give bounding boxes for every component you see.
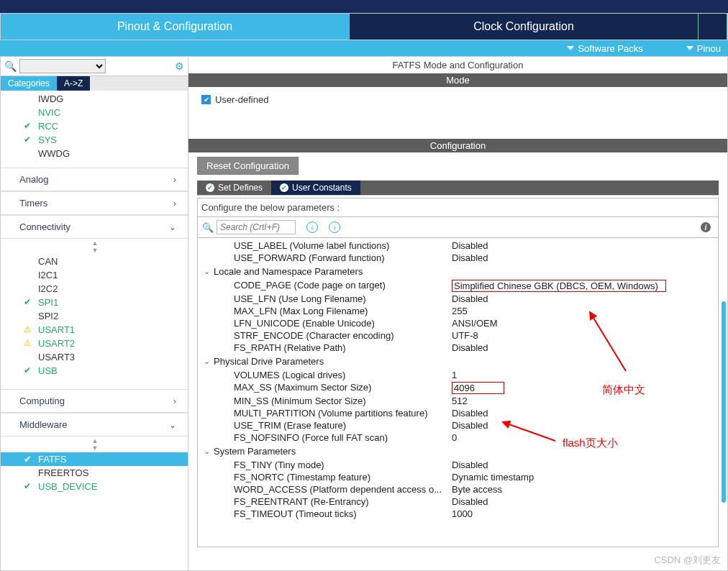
- param-code-page[interactable]: CODE_PAGE (Code page on target)Simplifie…: [198, 279, 718, 293]
- chevron-down-icon: ⌄: [169, 222, 176, 232]
- tab-clock-config[interactable]: Clock Configuration: [350, 14, 699, 40]
- tree-item-iwdg[interactable]: IWDG: [1, 92, 188, 106]
- param-fs-timeout[interactable]: FS_TIMEOUT (Timeout ticks)1000: [198, 508, 718, 520]
- config-header: Configuration: [188, 139, 727, 152]
- check-icon: ✔: [24, 365, 31, 375]
- tree-cat-connectivity[interactable]: Connectivity⌄: [1, 215, 188, 239]
- tree-cat-analog[interactable]: Analog›: [1, 168, 188, 191]
- next-match-button[interactable]: ›: [329, 221, 340, 233]
- tree-item-usart3[interactable]: USART3: [1, 350, 188, 364]
- param-fs-reentrant[interactable]: FS_REENTRANT (Re-Entrancy)Disabled: [198, 495, 718, 508]
- check-icon: ✔: [24, 454, 32, 465]
- collapse-icon: ⌄: [204, 447, 210, 456]
- param-fs-rpath[interactable]: FS_RPATH (Relative Path)Disabled: [198, 342, 718, 354]
- param-use-forward[interactable]: USE_FORWARD (Forward function)Disabled: [198, 252, 718, 264]
- tree-cat-middleware[interactable]: Middleware⌄: [1, 413, 188, 437]
- group-locale[interactable]: ⌄Locale and Namespace Parameters: [198, 264, 718, 279]
- prev-match-button[interactable]: ‹: [306, 221, 318, 233]
- tree-item-spi2[interactable]: SPI2: [1, 309, 188, 323]
- tree-item-spi1[interactable]: ✔SPI1: [1, 296, 188, 309]
- param-use-label[interactable]: USE_LABEL (Volume label functions)Disabl…: [198, 239, 718, 252]
- check-icon: ✔: [24, 481, 31, 491]
- param-use-lfn[interactable]: USE_LFN (Use Long Filename)Disabled: [198, 293, 718, 305]
- search-icon: 🔍: [4, 60, 17, 72]
- scrollbar[interactable]: [722, 301, 726, 503]
- tree-item-wwdg[interactable]: WWDG: [1, 147, 188, 160]
- param-fs-tiny[interactable]: FS_TINY (Tiny mode)Disabled: [198, 459, 718, 471]
- check-icon: ✔: [24, 297, 31, 307]
- panel-title: FATFS Mode and Configuration: [188, 57, 727, 73]
- pinout-dropdown-label: Pinou: [697, 43, 721, 54]
- param-multi-partition[interactable]: MULTI_PARTITION (Volume partitions featu…: [198, 407, 718, 419]
- pinout-dropdown[interactable]: Pinou: [665, 40, 721, 56]
- collapse-icon: ⌄: [204, 357, 210, 366]
- tree-cat-timers[interactable]: Timers›: [1, 191, 188, 215]
- reset-config-button[interactable]: Reset Configuration: [197, 157, 299, 175]
- param-volumes[interactable]: VOLUMES (Logical drives)1: [198, 369, 718, 381]
- chevron-down-icon: ⌄: [169, 420, 176, 430]
- view-a-z[interactable]: A->Z: [57, 76, 90, 91]
- tree-item-sys[interactable]: ✔SYS: [1, 133, 188, 147]
- checkbox-icon: ✔: [201, 95, 211, 104]
- tree-item-usart1[interactable]: ⚠USART1: [1, 323, 188, 337]
- search-icon: 🔍: [202, 222, 214, 233]
- chevron-right-icon: ›: [173, 175, 176, 185]
- param-max-lfn[interactable]: MAX_LFN (Max Long Filename)255: [198, 305, 718, 317]
- warn-icon: ⚠: [24, 338, 32, 348]
- group-system[interactable]: ⌄System Parameters: [198, 444, 718, 459]
- drag-handle-icon[interactable]: ▲▼: [1, 239, 188, 255]
- gear-icon[interactable]: ⚙: [175, 60, 184, 72]
- main-panel: FATFS Mode and Configuration Mode ✔User-…: [188, 56, 728, 571]
- param-use-trim[interactable]: USE_TRIM (Erase feature)Disabled: [198, 419, 718, 431]
- check-icon: ✔: [280, 183, 288, 192]
- tree-item-rcc[interactable]: ✔RCC: [1, 119, 188, 133]
- software-packs-dropdown[interactable]: Software Packs: [545, 40, 664, 56]
- software-packs-label: Software Packs: [578, 43, 642, 54]
- help-text: Configure the below parameters :: [197, 198, 719, 217]
- category-select[interactable]: [19, 59, 106, 73]
- param-lfn-unicode[interactable]: LFN_UNICODE (Enable Unicode)ANSI/OEM: [198, 317, 718, 329]
- user-defined-label: User-defined: [215, 94, 268, 105]
- tree-cat-computing[interactable]: Computing›: [1, 389, 188, 413]
- param-search-input[interactable]: [217, 220, 296, 234]
- tab-pinout-config[interactable]: Pinout & Configuration: [1, 14, 350, 40]
- param-strf-encode[interactable]: STRF_ENCODE (Character encoding)UTF-8: [198, 329, 718, 342]
- group-physical[interactable]: ⌄Physical Drive Parameters: [198, 354, 718, 369]
- info-icon[interactable]: i: [701, 222, 711, 232]
- tree-item-freertos[interactable]: FREERTOS: [1, 466, 188, 480]
- collapse-icon: ⌄: [204, 267, 210, 276]
- user-defined-checkbox[interactable]: ✔User-defined: [201, 94, 714, 105]
- tree-item-i2c2[interactable]: I2C2: [1, 282, 188, 296]
- tree-item-i2c1[interactable]: I2C1: [1, 268, 188, 282]
- tree-item-usb[interactable]: ✔USB: [1, 364, 188, 378]
- param-max-ss[interactable]: MAX_SS (Maximum Sector Size)4096: [198, 381, 718, 395]
- chevron-right-icon: ›: [173, 396, 176, 406]
- tab-set-defines[interactable]: ✔Set Defines: [197, 181, 271, 195]
- tree-item-nvic[interactable]: NVIC: [1, 106, 188, 119]
- param-min-ss[interactable]: MIN_SS (Minimum Sector Size)512: [198, 395, 718, 407]
- sidebar: 🔍 ⚙ Categories A->Z IWDG NVIC ✔RCC ✔SYS …: [0, 56, 188, 571]
- tree-item-fatfs[interactable]: ✔FATFS: [1, 452, 188, 466]
- chevron-right-icon: ›: [173, 198, 176, 209]
- mode-header: Mode: [188, 73, 727, 87]
- tab-user-constants[interactable]: ✔User Constants: [271, 181, 360, 195]
- check-icon: ✔: [206, 183, 214, 192]
- check-icon: ✔: [24, 134, 31, 145]
- param-word-access[interactable]: WORD_ACCESS (Platform dependent access o…: [198, 483, 718, 495]
- param-fs-nortc[interactable]: FS_NORTC (Timestamp feature)Dynamic time…: [198, 471, 718, 483]
- param-fs-nofsinfo[interactable]: FS_NOFSINFO (Force full FAT scan)0: [198, 431, 718, 444]
- view-categories[interactable]: Categories: [1, 76, 57, 91]
- tree-item-can[interactable]: CAN: [1, 255, 188, 268]
- tree-item-usb-device[interactable]: ✔USB_DEVICE: [1, 480, 188, 493]
- check-icon: ✔: [24, 121, 31, 131]
- warn-icon: ⚠: [24, 324, 32, 334]
- tree-item-usart2[interactable]: ⚠USART2: [1, 337, 188, 350]
- drag-handle-icon[interactable]: ▲▼: [1, 437, 188, 452]
- tab-more[interactable]: [699, 14, 727, 40]
- watermark: CSDN @刘更友: [654, 554, 721, 567]
